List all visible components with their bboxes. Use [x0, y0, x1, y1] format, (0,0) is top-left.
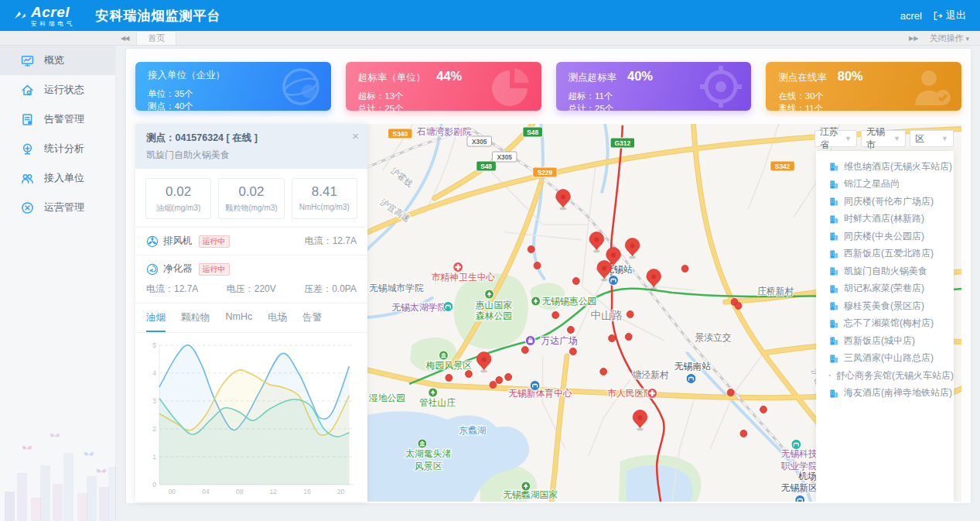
- monitor-point-dot[interactable]: [760, 406, 767, 413]
- sidebar-item-2[interactable]: 运行状态: [0, 75, 115, 105]
- alarm-icon: [21, 113, 34, 126]
- sidebar-item-1[interactable]: 概览: [0, 46, 115, 75]
- store-name: 时鲜大酒店(林新路): [844, 212, 924, 225]
- brand-logo: Acrel 安科瑞电气: [14, 5, 76, 27]
- select-value: 江苏省: [820, 125, 841, 152]
- collapse-tabs-icon[interactable]: ◀◀: [121, 35, 128, 42]
- chart-tab-油烟[interactable]: 油烟: [146, 311, 166, 332]
- card-stat-row: 总计：25个: [569, 102, 739, 111]
- close-icon[interactable]: ×: [352, 129, 359, 142]
- store-list-item[interactable]: 同庆楼(哥伦布广场店): [816, 193, 954, 211]
- map-label: 管社山庄管社山庄: [419, 397, 456, 408]
- landmark-map-icon: [418, 439, 427, 448]
- building-icon: [829, 249, 838, 259]
- store-list-item[interactable]: 忘不了湘菜馆(梅村店): [816, 315, 954, 333]
- store-list-item[interactable]: 西新饭店(五爱北路店): [816, 245, 954, 263]
- building-icon: [829, 319, 838, 328]
- region-select-1[interactable]: 江苏省▼: [814, 130, 857, 147]
- store-list-item[interactable]: 三凤酒家(中山路总店): [816, 350, 954, 368]
- card-stat-row: 超标：13个: [358, 90, 529, 102]
- tab-strip: ◀◀ 首页 ▶▶ 关闭操作 ▾: [0, 31, 980, 46]
- brand-name: Acrel: [31, 5, 76, 19]
- store-list-item[interactable]: 凯旋门自助火锅美食: [816, 262, 954, 280]
- map-area[interactable]: S340X305X305S48S48S229G312S342石塘湾影剧院石塘湾影…: [367, 124, 961, 502]
- page-title: 安科瑞油烟监测平台: [96, 7, 221, 25]
- monitor-point-dot[interactable]: [490, 382, 497, 389]
- svg-text:管社山庄: 管社山庄: [419, 397, 456, 408]
- building-icon: [829, 336, 838, 345]
- monitor-point-dot[interactable]: [681, 266, 688, 272]
- svg-text:X305: X305: [472, 138, 487, 146]
- region-select-2[interactable]: 无锡市▼: [861, 130, 906, 147]
- tree-map-icon: [531, 296, 541, 306]
- monitor-point-dot[interactable]: [534, 262, 541, 269]
- store-list-item[interactable]: 胡记私家菜(荣巷店): [816, 280, 954, 298]
- monitor-point-dot[interactable]: [609, 335, 616, 342]
- sidebar-item-6[interactable]: 运营管理: [0, 193, 115, 222]
- monitor-point-dot[interactable]: [600, 368, 607, 375]
- svg-text:4: 4: [152, 369, 156, 377]
- monitor-point-dot[interactable]: [552, 312, 559, 319]
- svg-text:S342: S342: [775, 163, 790, 170]
- svg-text:太湖鼋头渚: 太湖鼋头渚: [405, 448, 451, 459]
- store-name: 海友酒店(南禅寺地铁站店): [844, 386, 952, 399]
- monitor-point-dot[interactable]: [740, 430, 747, 437]
- monitor-point-dot[interactable]: [446, 375, 452, 382]
- svg-text:石塘湾影剧院: 石塘湾影剧院: [416, 126, 472, 137]
- store-list-item[interactable]: 同庆楼(中央公园店): [816, 228, 954, 245]
- monitor-point-dot[interactable]: [627, 311, 633, 318]
- store-list-item[interactable]: 穆桂英美食(景区店): [816, 297, 954, 315]
- chart-tab-颗粒物[interactable]: 颗粒物: [181, 311, 210, 332]
- monitor-point-dot[interactable]: [727, 389, 734, 396]
- monitor-point-dot[interactable]: [625, 334, 632, 341]
- svg-text:景渎立交: 景渎立交: [695, 332, 731, 343]
- store-list-panel: 维也纳酒店(无锡火车站店)锦江之星品尚同庆楼(哥伦布广场店)时鲜大酒店(林新路)…: [816, 151, 954, 502]
- monitor-point-dot[interactable]: [505, 374, 512, 381]
- logout-label: 退出: [946, 9, 966, 22]
- device-排风机: 排风机运行中电流：12.7A: [135, 227, 367, 255]
- close-operations-dropdown[interactable]: 关闭操作 ▾: [929, 33, 969, 44]
- monitor-point-dot[interactable]: [466, 371, 473, 378]
- store-list-item[interactable]: 西新饭店(城中店): [816, 332, 954, 350]
- chart-tab-告警[interactable]: 告警: [302, 311, 322, 332]
- svg-text:风景区: 风景区: [415, 461, 442, 471]
- monitor-point-dot[interactable]: [572, 278, 579, 285]
- svg-text:无锡新体育中心: 无锡新体育中心: [508, 388, 572, 399]
- fan-icon: [146, 235, 159, 248]
- store-list-item[interactable]: 维也纳酒店(无锡火车站店): [816, 158, 954, 176]
- username[interactable]: acrel: [900, 10, 922, 22]
- store-list-item[interactable]: 锦江之星品尚: [816, 176, 954, 194]
- monitor-point-dot[interactable]: [735, 303, 742, 310]
- logout-button[interactable]: 退出: [933, 9, 966, 22]
- monitor-point-dot[interactable]: [521, 347, 528, 354]
- map-label: 无锡新体育中心无锡新体育中心: [508, 388, 572, 399]
- sidebar-item-3[interactable]: 告警管理: [0, 105, 115, 134]
- monitor-point-dot[interactable]: [569, 348, 576, 355]
- tab-home[interactable]: 首页: [136, 31, 176, 45]
- svg-text:12: 12: [270, 488, 278, 495]
- trend-chart: 012345000408121620: [135, 333, 367, 500]
- building-icon: [829, 162, 838, 171]
- chart-tab-NmHc[interactable]: NmHc: [226, 311, 253, 332]
- svg-text:无锡南站: 无锡南站: [674, 361, 711, 372]
- building-icon: [829, 214, 838, 224]
- store-list-item[interactable]: 舒心商务宾馆(无锡火车站店): [816, 367, 954, 385]
- monitor-point-dot[interactable]: [496, 377, 503, 384]
- sidebar-item-label: 运营管理: [44, 201, 84, 214]
- region-select-3[interactable]: 区▼: [910, 130, 954, 147]
- svg-text:08: 08: [236, 488, 244, 495]
- sidebar-item-5[interactable]: 接入单位: [0, 163, 115, 193]
- map-label: 景渎立交景渎立交: [695, 332, 731, 343]
- sidebar-item-4[interactable]: 统计分析: [0, 134, 115, 163]
- svg-text:无锡蠡湖国家: 无锡蠡湖国家: [503, 489, 558, 500]
- expand-tabs-icon[interactable]: ▶▶: [909, 35, 918, 42]
- select-value: 区: [915, 132, 924, 146]
- metric-unit: NmHc(mg/m3): [292, 203, 357, 211]
- store-list-item[interactable]: 时鲜大酒店(林新路): [816, 211, 954, 228]
- monitor-point-dot[interactable]: [567, 327, 574, 334]
- card-percent: 40%: [627, 69, 653, 84]
- monitor-point-dot[interactable]: [528, 246, 534, 253]
- chart-tab-电场[interactable]: 电场: [268, 311, 287, 332]
- card-title: 测点在线率: [778, 71, 827, 84]
- store-list-item[interactable]: 海友酒店(南禅寺地铁站店): [816, 385, 954, 403]
